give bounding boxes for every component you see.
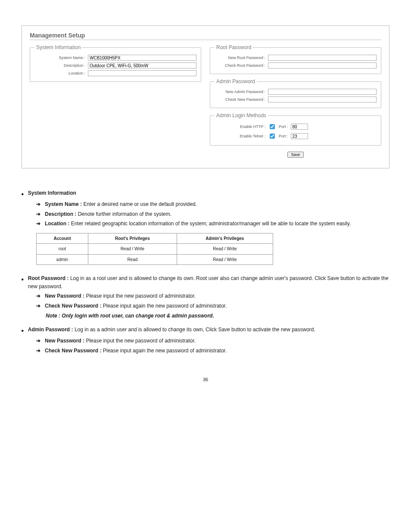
admin-login-methods-group: Admin Login Methods Enable HTTP : Port :… <box>210 112 381 146</box>
col-admin-priv: Admin's Privileges <box>177 233 273 244</box>
table-row: root Read / Write Read / Write <box>37 244 273 255</box>
arrow-icon: ➔ <box>36 302 40 310</box>
arrow-icon: ➔ <box>36 220 40 228</box>
admin-new-body: Please input the new password of adminis… <box>86 338 196 344</box>
location-item-title: Location : <box>45 221 69 227</box>
root-new-body: Please input the new password of adminis… <box>86 293 196 299</box>
admin-check-body: Please input again the new password of a… <box>103 348 227 354</box>
system-information-heading: System Information <box>28 189 76 199</box>
new-root-password-label: New Root Password : <box>215 56 265 60</box>
http-port-label: Port : <box>279 124 288 129</box>
root-password-legend: Root Password <box>215 44 253 50</box>
root-password-group: Root Password New Root Password : Check … <box>210 44 381 74</box>
enable-telnet-checkbox[interactable] <box>270 134 275 139</box>
cell: root <box>37 244 88 255</box>
description-input[interactable] <box>88 62 196 68</box>
admin-login-methods-legend: Admin Login Methods <box>215 112 268 118</box>
check-admin-password-label: Check New Password : <box>215 97 265 102</box>
bullet-icon: ■ <box>22 326 24 335</box>
page-number: 36 <box>22 355 389 383</box>
admin-new-title: New Password : <box>45 338 84 344</box>
new-root-password-input[interactable] <box>268 55 377 61</box>
enable-telnet-label: Enable Telnet : <box>215 134 265 138</box>
enable-http-checkbox[interactable] <box>270 124 275 129</box>
admin-password-legend: Admin Password <box>215 78 257 84</box>
root-new-title: New Password : <box>45 293 84 299</box>
root-password-heading: Root Password : <box>28 275 69 281</box>
http-port-input[interactable] <box>291 124 308 130</box>
bullet-icon: ■ <box>22 274 24 290</box>
new-admin-password-input[interactable] <box>268 89 377 95</box>
enable-http-label: Enable HTTP : <box>215 124 265 129</box>
arrow-icon: ➔ <box>36 210 40 218</box>
col-account: Account <box>37 233 88 244</box>
system-name-label: System Name : <box>34 56 85 60</box>
check-root-password-label: Check Root Password : <box>215 63 265 68</box>
telnet-port-label: Port : <box>279 134 288 138</box>
location-label: Location : <box>34 71 85 75</box>
arrow-icon: ➔ <box>36 200 40 208</box>
description-label: Description : <box>34 63 85 68</box>
arrow-icon: ➔ <box>36 292 40 300</box>
admin-password-heading: Admin Password : <box>28 327 73 333</box>
system-information-legend: System Information <box>34 44 82 50</box>
description-item-title: Description : <box>45 211 76 217</box>
admin-check-title: Check New Password : <box>45 348 101 354</box>
panel-title: Management Setup <box>30 32 381 40</box>
system-name-input[interactable] <box>88 55 196 61</box>
management-setup-panel: Management Setup System Information Syst… <box>22 25 389 168</box>
root-check-body: Please input again the new password of a… <box>103 303 227 309</box>
arrow-icon: ➔ <box>36 337 40 345</box>
save-button[interactable]: Save <box>287 152 304 158</box>
admin-password-group: Admin Password New Admin Password : Chec… <box>210 78 381 108</box>
arrow-icon: ➔ <box>36 347 40 355</box>
system-name-item-body: Enter a desired name or use the default … <box>83 201 197 207</box>
admin-password-heading-body: Log in as a admin user and is allowed to… <box>75 327 315 333</box>
location-input[interactable] <box>88 70 196 76</box>
cell: Read <box>88 254 177 265</box>
system-name-item-title: System Name : <box>45 201 82 207</box>
telnet-port-input[interactable] <box>291 133 308 139</box>
root-check-title: Check New Password : <box>45 303 101 309</box>
root-note: Note : Only login with root user, can ch… <box>22 312 389 320</box>
cell: Read / Write <box>88 244 177 255</box>
root-password-heading-body: Log in as a root user and is allowed to … <box>28 275 389 289</box>
table-row: admin Read Read / Write <box>37 254 273 265</box>
cell: admin <box>37 254 88 265</box>
bullet-icon: ■ <box>22 189 24 199</box>
description-item-body: Denote further information of the system… <box>78 211 171 217</box>
location-item-body: Enter related geographic location inform… <box>71 221 351 227</box>
system-information-group: System Information System Name : Descrip… <box>30 44 201 82</box>
cell: Read / Write <box>177 254 273 265</box>
documentation-body: ■ System Information ➔ System Name : Ent… <box>22 180 389 383</box>
privilege-table: Account Root's Privileges Admin's Privil… <box>36 233 273 265</box>
check-root-password-input[interactable] <box>268 62 377 68</box>
table-header-row: Account Root's Privileges Admin's Privil… <box>37 233 273 244</box>
check-admin-password-input[interactable] <box>268 96 377 103</box>
col-root-priv: Root's Privileges <box>88 233 177 244</box>
cell: Read / Write <box>177 244 273 255</box>
new-admin-password-label: New Admin Password : <box>215 90 265 94</box>
